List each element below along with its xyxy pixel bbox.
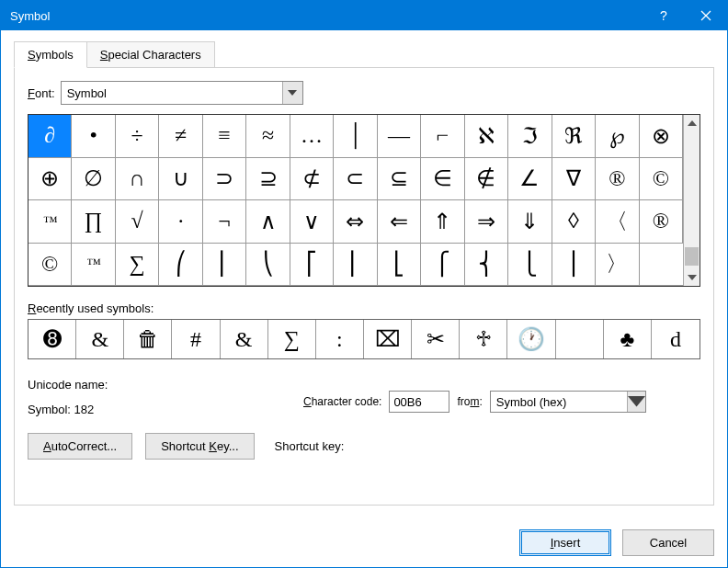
symbol-cell[interactable]: √ xyxy=(116,200,159,244)
symbol-cell[interactable]: ⊂ xyxy=(334,158,377,201)
svg-marker-4 xyxy=(688,275,697,280)
symbol-cell[interactable]: ⎝ xyxy=(246,244,290,287)
scroll-track[interactable] xyxy=(684,131,700,269)
symbol-cell[interactable]: 〉 xyxy=(596,244,639,287)
recent-symbol-cell[interactable]: # xyxy=(172,320,220,358)
recent-symbol-cell[interactable]: ✂ xyxy=(412,320,460,358)
symbol-cell[interactable]: ℘ xyxy=(596,115,639,158)
grid-scrollbar[interactable] xyxy=(683,115,700,286)
symbol-cell[interactable]: ⎜ xyxy=(203,244,246,287)
cancel-button[interactable]: Cancel xyxy=(622,529,714,556)
recent-symbol-cell[interactable]: 🕐 xyxy=(507,320,555,358)
symbol-cell[interactable]: ∏ xyxy=(72,200,115,244)
symbol-cell[interactable]: ℵ xyxy=(465,115,508,158)
symbol-cell[interactable]: ⊇ xyxy=(246,158,290,201)
symbol-cell[interactable]: ≈ xyxy=(246,115,290,158)
symbol-cell[interactable]: ⎡ xyxy=(290,244,334,287)
recent-symbol-cell[interactable]: ➑ xyxy=(28,320,76,358)
help-button[interactable]: ? xyxy=(643,1,685,30)
symbol-cell[interactable]: ⊗ xyxy=(640,115,683,158)
symbol-cell[interactable]: ∠ xyxy=(508,158,552,201)
recent-symbol-cell[interactable]: ⌧ xyxy=(364,320,412,358)
symbol-cell[interactable]: ⎪ xyxy=(552,244,596,287)
symbol-cell[interactable]: ⇓ xyxy=(508,200,552,244)
svg-marker-5 xyxy=(628,396,645,406)
tab-symbols[interactable]: Symbols xyxy=(14,41,87,68)
recently-used-label: Recently used symbols: xyxy=(28,301,700,315)
symbol-cell[interactable]: ™ xyxy=(28,200,72,244)
symbol-cell[interactable]: ⇒ xyxy=(465,200,508,244)
symbol-cell[interactable]: ℑ xyxy=(508,115,552,158)
from-dropdown-button[interactable] xyxy=(627,392,645,412)
symbol-cell[interactable]: … xyxy=(290,115,334,158)
symbol-cell[interactable] xyxy=(640,244,683,287)
recent-symbol-cell[interactable]: 🗑 xyxy=(124,320,172,358)
symbol-cell[interactable]: ∉ xyxy=(465,158,508,201)
symbol-cell[interactable]: ― xyxy=(378,115,421,158)
close-button[interactable] xyxy=(685,1,727,30)
scroll-thumb[interactable] xyxy=(685,247,699,266)
scroll-up-button[interactable] xyxy=(684,115,700,131)
font-dropdown-button[interactable] xyxy=(282,82,302,104)
symbol-cell[interactable]: ≡ xyxy=(203,115,246,158)
symbol-cell[interactable]: ∅ xyxy=(72,158,115,201)
symbol-cell[interactable]: ⊕ xyxy=(28,158,72,201)
symbol-cell[interactable]: ⎩ xyxy=(508,244,552,287)
symbol-cell[interactable]: ™ xyxy=(72,244,115,287)
symbol-cell[interactable]: ⎣ xyxy=(378,244,421,287)
tab-special-characters[interactable]: Special Characters xyxy=(87,41,215,68)
recent-symbol-cell[interactable] xyxy=(556,320,604,358)
symbol-cell[interactable]: ⎧ xyxy=(421,244,464,287)
symbol-cell[interactable]: ∪ xyxy=(159,158,202,201)
symbol-cell[interactable]: © xyxy=(28,244,72,287)
from-combo[interactable]: Symbol (hex) xyxy=(490,391,646,413)
character-code-input[interactable] xyxy=(389,391,449,413)
recent-symbol-cell[interactable]: d xyxy=(652,320,700,358)
symbol-cell[interactable]: ⊄ xyxy=(290,158,334,201)
symbol-cell[interactable]: ∧ xyxy=(246,200,290,244)
symbol-cell[interactable]: ⇑ xyxy=(421,200,464,244)
symbol-cell[interactable]: │ xyxy=(334,115,377,158)
font-combo[interactable] xyxy=(61,81,303,105)
symbol-cell[interactable]: ⎛ xyxy=(159,244,202,287)
symbol-cell[interactable]: ¬ xyxy=(203,200,246,244)
recent-symbol-cell[interactable]: & xyxy=(76,320,124,358)
symbol-cell[interactable]: ® xyxy=(640,200,683,244)
symbol-cell[interactable]: ⊃ xyxy=(203,158,246,201)
recent-symbol-cell[interactable]: ∑ xyxy=(268,320,316,358)
symbol-cell[interactable]: ∨ xyxy=(290,200,334,244)
insert-button[interactable]: Insert xyxy=(519,529,611,556)
scroll-down-button[interactable] xyxy=(684,269,700,286)
symbol-cell[interactable]: ℜ xyxy=(552,115,596,158)
window-title: Symbol xyxy=(10,9,643,23)
symbol-cell[interactable]: ∑ xyxy=(116,244,159,287)
symbol-cell[interactable]: ∂ xyxy=(28,115,72,158)
shortcut-key-button[interactable]: Shortcut Key... xyxy=(145,433,254,460)
recent-symbol-cell[interactable]: ♱ xyxy=(460,320,507,358)
recent-symbol-cell[interactable]: : xyxy=(316,320,364,358)
symbol-cell[interactable]: ⌐ xyxy=(421,115,464,158)
autocorrect-button[interactable]: AutoCorrect... xyxy=(28,433,132,460)
symbol-cell[interactable]: 〈 xyxy=(596,200,639,244)
symbol-cell[interactable]: ⇐ xyxy=(378,200,421,244)
tab-panel: Font: ∂•÷≠≡≈…│―⌐ℵℑℜ℘⊗⊕∅∩∪⊃⊇⊄⊂⊆∈∉∠∇®©™∏√·… xyxy=(14,67,714,506)
symbol-cell[interactable]: © xyxy=(640,158,683,201)
symbol-cell[interactable]: ® xyxy=(596,158,639,201)
symbol-cell[interactable]: ≠ xyxy=(159,115,202,158)
recent-symbol-cell[interactable]: & xyxy=(221,320,268,358)
symbol-cell[interactable]: ⊆ xyxy=(378,158,421,201)
recent-symbol-cell[interactable]: ♣ xyxy=(604,320,652,358)
symbol-cell[interactable]: ◊ xyxy=(552,200,596,244)
symbol-cell[interactable]: • xyxy=(72,115,115,158)
symbol-cell[interactable]: · xyxy=(159,200,202,244)
symbol-cell[interactable]: ⇔ xyxy=(334,200,377,244)
symbol-cell[interactable]: ⎨ xyxy=(465,244,508,287)
symbol-cell[interactable]: ∈ xyxy=(421,158,464,201)
symbol-cell[interactable]: ÷ xyxy=(116,115,159,158)
symbol-cell[interactable]: ∩ xyxy=(116,158,159,201)
symbol-cell[interactable]: ∇ xyxy=(552,158,596,201)
font-input[interactable] xyxy=(62,82,282,104)
symbol-grid[interactable]: ∂•÷≠≡≈…│―⌐ℵℑℜ℘⊗⊕∅∩∪⊃⊇⊄⊂⊆∈∉∠∇®©™∏√·¬∧∨⇔⇐⇑… xyxy=(28,115,683,286)
symbol-cell[interactable]: ⎢ xyxy=(334,244,377,287)
recent-grid[interactable]: ➑&🗑#&∑:⌧✂♱🕐♣d xyxy=(28,319,700,359)
